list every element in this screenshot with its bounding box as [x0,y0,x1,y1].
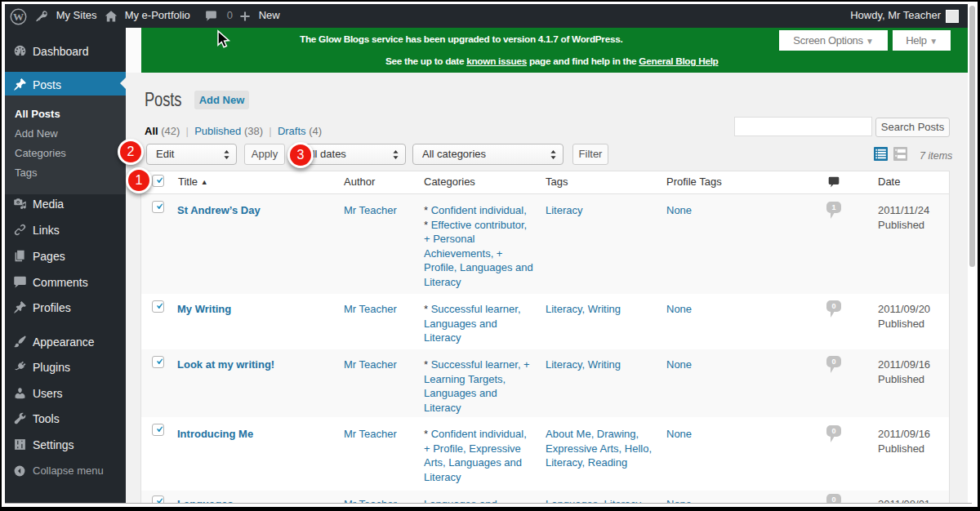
svg-text:W: W [13,11,24,23]
